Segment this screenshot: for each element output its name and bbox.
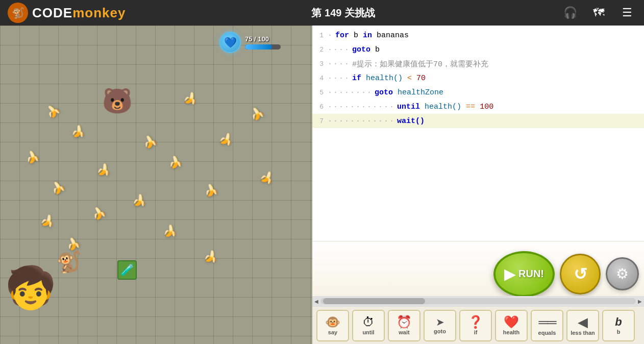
code-line-5: 5 ········ goto healthZone xyxy=(312,85,644,100)
logo-code: CODE xyxy=(32,5,72,20)
main-character: 🧒 xyxy=(0,262,61,344)
toolbar-until-button[interactable]: ⏱ until xyxy=(352,310,385,341)
map-icon[interactable]: 🗺 xyxy=(589,4,608,22)
run-button[interactable]: ▶ RUN! xyxy=(493,251,555,297)
until-icon: ⏱ xyxy=(362,316,375,328)
goto-icon: ➤ xyxy=(436,317,444,327)
main-char-body: 🧒 xyxy=(5,267,56,344)
line-number-4: 4 xyxy=(312,75,328,82)
header-icons: 🎧 🗺 ☰ xyxy=(561,4,636,22)
code-line-3: 3 ···· #提示：如果健康值低于70，就需要补充 xyxy=(312,57,644,71)
line-content-5: goto healthZone xyxy=(375,88,644,97)
run-label: RUN! xyxy=(518,268,544,280)
header: 🐒 CODEmonkey 第 149 关挑战 🎧 🗺 ☰ xyxy=(0,0,644,26)
health-bar-fill xyxy=(245,44,272,50)
line-number-2: 2 xyxy=(312,46,328,54)
level-title: 第 149 关挑战 xyxy=(311,6,375,20)
b-label: b xyxy=(617,329,621,335)
banana-item: 🍌 xyxy=(24,150,40,165)
health-info: 75 / 100 xyxy=(245,35,281,50)
reset-button[interactable]: ↺ xyxy=(560,254,601,294)
code-line-4: 4 ···· if health() < 70 xyxy=(312,71,644,85)
game-area: 💙 75 / 100 🐻 🍌 🍌 🍌 🍌 🍌 🍌 🍌 🍌 🍌 🍌 🍌 🍌 🍌 🍌… xyxy=(0,26,312,344)
logo-text: CODEmonkey xyxy=(32,5,126,21)
wait-icon: ⏰ xyxy=(397,316,412,328)
b-icon: b xyxy=(615,316,622,328)
bottom-toolbar: 🐵 say ⏱ until ⏰ wait ➤ goto ❓ if ❤️ heal… xyxy=(312,306,644,344)
until-label: until xyxy=(362,329,374,335)
play-icon: ▶ xyxy=(504,265,516,283)
line-number-3: 3 xyxy=(312,60,328,68)
toolbar-less-than-button[interactable]: ◀ less than xyxy=(566,310,599,341)
code-line-1: 1 · for b in bananas xyxy=(312,28,644,42)
reset-icon: ↺ xyxy=(574,264,587,284)
if-label: if xyxy=(474,329,478,335)
line-dots-7: ············ xyxy=(328,117,395,126)
horizontal-scrollbar[interactable]: ◀ ▶ xyxy=(312,296,644,306)
line-dots-2: ···· xyxy=(328,45,350,54)
health-area: 💙 75 / 100 xyxy=(219,32,281,53)
line-number-6: 6 xyxy=(312,103,328,111)
banana-item: 🍌 xyxy=(162,224,178,239)
settings-icon: ⚙ xyxy=(616,265,629,282)
less-than-icon: ◀ xyxy=(578,315,588,329)
line-number-7: 7 xyxy=(312,117,328,125)
health-bar-bg xyxy=(245,44,281,50)
line-dots-1: · xyxy=(328,31,333,40)
toolbar-equals-button[interactable]: ══ equals xyxy=(531,310,563,341)
goto-label: goto xyxy=(434,328,446,334)
line-dots-5: ········ xyxy=(328,88,373,97)
scroll-track[interactable] xyxy=(320,298,636,304)
line-dots-4: ···· xyxy=(328,74,350,83)
toolbar-b-button[interactable]: b b xyxy=(602,310,635,341)
toolbar-say-button[interactable]: 🐵 say xyxy=(316,310,349,341)
main-char-sprite: 🧒 xyxy=(5,267,56,308)
headphones-icon[interactable]: 🎧 xyxy=(561,4,579,22)
wait-label: wait xyxy=(399,329,409,335)
health-text: 75 / 100 xyxy=(245,35,281,43)
logo-monkey-text: monkey xyxy=(72,5,126,20)
settings-button[interactable]: ⚙ xyxy=(606,257,639,290)
toolbar-if-button[interactable]: ❓ if xyxy=(459,310,492,341)
scroll-thumb[interactable] xyxy=(323,298,425,304)
line-content-4: if health() < 70 xyxy=(352,74,644,83)
logo-monkey-icon: 🐒 xyxy=(8,3,28,23)
toolbar-goto-button[interactable]: ➤ goto xyxy=(424,310,456,341)
menu-icon[interactable]: ☰ xyxy=(618,4,636,22)
say-label: say xyxy=(328,329,337,335)
code-line-7: 7 ············ wait() xyxy=(312,114,644,128)
line-dots-6: ············ xyxy=(328,103,395,111)
line-content-6: until health() == 100 xyxy=(397,103,644,111)
banana-item: 🍌 xyxy=(65,236,82,252)
less-than-label: less than xyxy=(571,330,595,336)
equals-icon: ══ xyxy=(539,315,556,329)
potion-item: 🧪 xyxy=(117,260,137,280)
say-icon: 🐵 xyxy=(325,316,340,328)
bear-enemy: 🐻 xyxy=(102,87,133,115)
health-label: health xyxy=(503,329,519,335)
toolbar-health-button[interactable]: ❤️ health xyxy=(495,310,528,341)
equals-label: equals xyxy=(538,330,556,336)
heart-icon: 💙 xyxy=(219,32,241,53)
banana-item: 🍌 xyxy=(168,155,183,169)
scroll-right-arrow[interactable]: ▶ xyxy=(636,297,644,305)
line-content-3: #提示：如果健康值低于70，就需要补充 xyxy=(352,59,644,69)
banana-item: 🍌 xyxy=(132,192,148,208)
logo-area: 🐒 CODEmonkey xyxy=(8,3,126,23)
toolbar-wait-button[interactable]: ⏰ wait xyxy=(388,310,420,341)
banana-item: 🍌 xyxy=(203,183,218,198)
if-icon: ❓ xyxy=(468,316,483,328)
code-line-6: 6 ············ until health() == 100 xyxy=(312,100,644,114)
scroll-left-arrow[interactable]: ◀ xyxy=(312,297,320,305)
line-content-2: goto b xyxy=(352,45,644,54)
line-content-1: for b in bananas xyxy=(335,31,644,40)
health-icon: ❤️ xyxy=(504,316,519,328)
banana-item: 🍌 xyxy=(70,124,86,139)
code-line-2: 2 ···· goto b xyxy=(312,42,644,57)
line-dots-3: ···· xyxy=(328,60,350,68)
line-content-7: wait() xyxy=(397,117,644,126)
line-number-1: 1 xyxy=(312,32,328,39)
line-number-5: 5 xyxy=(312,89,328,96)
